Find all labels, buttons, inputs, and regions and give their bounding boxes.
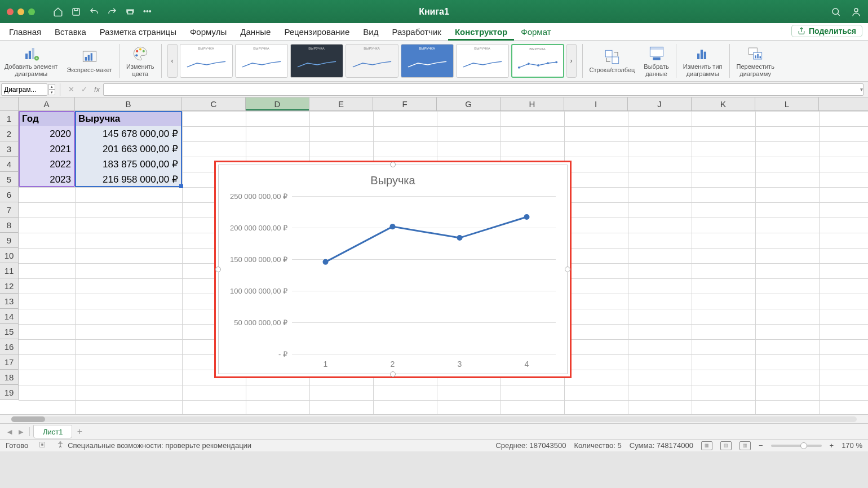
chart-plot-area[interactable]: - ₽50 000 000,00 ₽100 000 000,00 ₽150 00… bbox=[292, 196, 556, 354]
row-header-5[interactable]: 5 bbox=[0, 172, 19, 187]
select-all-corner[interactable] bbox=[0, 97, 19, 111]
share-button[interactable]: Поделиться bbox=[791, 25, 862, 37]
chart-handle-bottom[interactable] bbox=[390, 371, 396, 377]
row-header-12[interactable]: 12 bbox=[0, 278, 19, 294]
tab-home[interactable]: Главная bbox=[2, 23, 48, 41]
tab-developer[interactable]: Разработчик bbox=[385, 23, 448, 41]
chart-style-7-selected[interactable]: ВЫРУЧКА bbox=[511, 44, 564, 78]
cell-B4[interactable]: 183 875 000,00 ₽ bbox=[75, 157, 181, 172]
save-icon[interactable] bbox=[71, 7, 81, 17]
sheet-tab-active[interactable]: Лист1 bbox=[33, 425, 72, 438]
tab-insert[interactable]: Вставка bbox=[48, 23, 93, 41]
chart-style-1[interactable]: ВЫРУЧКА bbox=[180, 44, 233, 78]
column-header-E[interactable]: E bbox=[309, 97, 373, 110]
cell-B5[interactable]: 216 958 000,00 ₽ bbox=[75, 172, 181, 187]
macro-record-icon[interactable] bbox=[38, 441, 46, 450]
column-header-G[interactable]: G bbox=[437, 97, 501, 110]
zoom-slider-thumb[interactable] bbox=[800, 442, 807, 449]
zoom-out-button[interactable]: − bbox=[759, 441, 763, 450]
cell-A5[interactable]: 2023 bbox=[19, 172, 74, 187]
tab-data[interactable]: Данные bbox=[233, 23, 277, 41]
gallery-prev-button[interactable]: ‹ bbox=[167, 44, 178, 78]
zoom-slider[interactable] bbox=[771, 445, 822, 447]
chart-handle-left[interactable] bbox=[215, 267, 221, 272]
chart-title[interactable]: Выручка bbox=[370, 174, 415, 187]
print-icon[interactable] bbox=[125, 7, 135, 17]
close-window-icon[interactable] bbox=[7, 8, 14, 15]
status-accessibility[interactable]: Специальные возможности: проверьте реком… bbox=[68, 441, 251, 450]
row-header-3[interactable]: 3 bbox=[0, 141, 19, 157]
column-header-F[interactable]: F bbox=[373, 97, 437, 110]
accessibility-icon[interactable] bbox=[56, 441, 64, 450]
name-box[interactable]: Диаграм... bbox=[1, 83, 47, 96]
column-header-D[interactable]: D bbox=[246, 97, 309, 110]
cell-A2[interactable]: 2020 bbox=[19, 126, 74, 141]
add-sheet-button[interactable]: + bbox=[73, 425, 86, 438]
sheet-nav-prev[interactable]: ◀ bbox=[5, 427, 15, 437]
sheet-nav-next[interactable]: ▶ bbox=[16, 427, 26, 437]
view-page-layout-icon[interactable]: ▤ bbox=[720, 441, 732, 450]
move-chart-button[interactable]: Переместить диаграмму bbox=[732, 41, 779, 81]
chart-style-2[interactable]: ВЫРУЧКА bbox=[235, 44, 288, 78]
confirm-formula-icon[interactable]: ✓ bbox=[78, 85, 91, 94]
row-header-18[interactable]: 18 bbox=[0, 370, 19, 385]
view-page-break-icon[interactable]: ▥ bbox=[739, 441, 751, 450]
chart-style-5[interactable]: ВЫРУЧКА bbox=[401, 44, 454, 78]
tab-view[interactable]: Вид bbox=[356, 23, 385, 41]
row-header-11[interactable]: 11 bbox=[0, 263, 19, 278]
column-header-L[interactable]: L bbox=[755, 97, 819, 110]
maximize-window-icon[interactable] bbox=[28, 8, 35, 15]
column-header-H[interactable]: H bbox=[501, 97, 564, 110]
zoom-level[interactable]: 170 % bbox=[842, 441, 862, 450]
formula-input[interactable] bbox=[103, 83, 863, 96]
chart-handle-right[interactable] bbox=[565, 267, 570, 272]
row-header-14[interactable]: 14 bbox=[0, 309, 19, 324]
fx-label[interactable]: fx bbox=[91, 85, 103, 94]
chart-style-3[interactable]: ВЫРУЧКА bbox=[290, 44, 343, 78]
column-header-J[interactable]: J bbox=[628, 97, 692, 110]
tab-design[interactable]: Конструктор bbox=[448, 23, 514, 41]
row-header-19[interactable]: 19 bbox=[0, 385, 19, 400]
chart-handle-top[interactable] bbox=[390, 162, 396, 167]
home-icon[interactable] bbox=[53, 7, 63, 17]
change-colors-button[interactable]: Изменить цвета bbox=[122, 41, 159, 81]
column-header-K[interactable]: K bbox=[692, 97, 755, 110]
cell-B3[interactable]: 201 663 000,00 ₽ bbox=[75, 141, 181, 157]
tab-formulas[interactable]: Формулы bbox=[183, 23, 233, 41]
account-icon[interactable] bbox=[851, 7, 861, 17]
undo-icon[interactable] bbox=[89, 7, 99, 17]
horizontal-scrollbar[interactable] bbox=[0, 414, 868, 423]
minimize-window-icon[interactable] bbox=[17, 8, 24, 15]
name-box-dropdown[interactable]: ▴▾ bbox=[48, 84, 55, 95]
tab-page-layout[interactable]: Разметка страницы bbox=[93, 23, 183, 41]
quick-layout-button[interactable]: Экспресс-макет bbox=[62, 41, 117, 81]
row-header-2[interactable]: 2 bbox=[0, 126, 19, 141]
column-header-I[interactable]: I bbox=[564, 97, 628, 110]
cell-A3[interactable]: 2021 bbox=[19, 141, 74, 157]
row-header-17[interactable]: 17 bbox=[0, 354, 19, 370]
row-headers[interactable]: 12345678910111213141516171819 bbox=[0, 111, 19, 400]
cell-A4[interactable]: 2022 bbox=[19, 157, 74, 172]
add-chart-element-button[interactable]: + Добавить элемент диаграммы bbox=[0, 41, 62, 81]
column-headers[interactable]: ABCDEFGHIJKL bbox=[19, 97, 868, 111]
row-header-15[interactable]: 15 bbox=[0, 324, 19, 339]
cell-B1[interactable]: Выручка bbox=[75, 111, 181, 126]
row-header-9[interactable]: 9 bbox=[0, 233, 19, 248]
expand-formula-bar-icon[interactable]: ▾ bbox=[857, 85, 866, 94]
chart-line-series[interactable] bbox=[292, 196, 560, 354]
embedded-chart[interactable]: Выручка - ₽50 000 000,00 ₽100 000 000,00… bbox=[214, 161, 572, 378]
column-header-A[interactable]: A bbox=[19, 97, 75, 110]
redo-icon[interactable] bbox=[107, 7, 117, 17]
tab-review[interactable]: Рецензирование bbox=[277, 23, 356, 41]
row-header-1[interactable]: 1 bbox=[0, 111, 19, 126]
select-data-button[interactable]: Выбрать данные bbox=[639, 41, 673, 81]
row-header-7[interactable]: 7 bbox=[0, 202, 19, 218]
column-header-B[interactable]: B bbox=[75, 97, 182, 110]
row-header-8[interactable]: 8 bbox=[0, 218, 19, 233]
cell-A1[interactable]: Год bbox=[19, 111, 74, 126]
row-header-16[interactable]: 16 bbox=[0, 339, 19, 354]
cell-B2[interactable]: 145 678 000,00 ₽ bbox=[75, 126, 181, 141]
worksheet-grid[interactable]: ABCDEFGHIJKL 123456789101112131415161718… bbox=[0, 97, 868, 414]
cancel-formula-icon[interactable]: ✕ bbox=[65, 85, 78, 94]
zoom-in-button[interactable]: + bbox=[830, 441, 834, 450]
